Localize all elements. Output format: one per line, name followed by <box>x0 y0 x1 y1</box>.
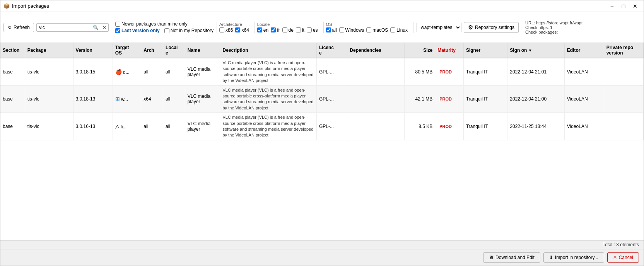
col-header-editor[interactable]: Editor <box>564 43 604 58</box>
close-button[interactable]: ✕ <box>630 2 641 10</box>
cell-signer: Tranquil IT <box>463 113 507 140</box>
en-checkbox-label[interactable]: en <box>257 27 268 33</box>
x64-checkbox-label[interactable]: x64 <box>235 27 249 33</box>
locale-group: Locale en fr de it <box>255 22 320 33</box>
newer-packages-checkbox-label[interactable]: Newer packages than mine only <box>115 21 188 27</box>
all-os-label: all <box>332 27 337 33</box>
x86-checkbox-label[interactable]: x86 <box>219 27 233 33</box>
search-clear-button[interactable]: ✕ <box>101 24 108 31</box>
all-os-checkbox[interactable] <box>326 27 331 32</box>
es-checkbox[interactable] <box>307 27 312 32</box>
cell-size: 80.5 MB <box>404 58 435 85</box>
windows-os-checkbox-label[interactable]: Windows <box>339 27 364 33</box>
packages-table: Section Package Version TargetOS Arch Lo… <box>0 43 644 140</box>
col-header-locale[interactable]: Locale <box>163 43 185 58</box>
cell-package: tis-vlc <box>25 113 73 140</box>
minimize-button[interactable]: ‒ <box>606 2 617 10</box>
cell-section: base <box>0 58 25 85</box>
repository-select[interactable]: wapt-templates <box>417 23 461 32</box>
col-header-signer[interactable]: Signer <box>463 43 507 58</box>
last-version-checkbox[interactable] <box>115 28 120 33</box>
col-header-description[interactable]: Description <box>220 43 317 58</box>
de-checkbox[interactable] <box>282 27 287 32</box>
linux-os-checkbox-label[interactable]: Linux <box>390 27 408 33</box>
gear-icon: ⚙ <box>468 24 473 31</box>
col-header-version[interactable]: Version <box>73 43 113 58</box>
windows-os-icon: ⊞ <box>115 96 120 102</box>
cell-signon: 2022-12-04 21:01 <box>507 58 564 85</box>
fr-checkbox-label[interactable]: fr <box>271 27 280 33</box>
col-header-signon[interactable]: Sign on ▼ <box>507 43 564 58</box>
table-row[interactable]: base tis-vlc 3.0.16-13 △ li... all all V… <box>0 113 644 140</box>
it-checkbox-label[interactable]: it <box>296 27 304 33</box>
refresh-button[interactable]: ↻ Refresh <box>3 23 34 32</box>
cell-version: 3.0.18-15 <box>73 58 113 85</box>
search-button[interactable]: 🔍 <box>91 24 101 31</box>
cell-licence: GPL-... <box>316 113 347 140</box>
col-header-section[interactable]: Section <box>0 43 25 58</box>
cancel-label: Cancel <box>619 255 633 260</box>
architecture-items: x86 x64 <box>219 27 249 33</box>
newer-packages-row: Newer packages than mine only <box>115 21 214 27</box>
maximize-button[interactable]: □ <box>618 2 629 10</box>
architecture-group: Architecture x86 x64 <box>217 22 251 33</box>
table-row[interactable]: base tis-vlc 3.0.18-15 🍎 d... all all VL… <box>0 58 644 85</box>
import-repo-button[interactable]: ⬇ Import in repository... <box>543 252 604 263</box>
download-edit-button[interactable]: 🖥 Download and Edit <box>483 252 540 263</box>
macos-os-checkbox[interactable] <box>366 27 371 32</box>
search-box: 🔍 ✕ <box>36 23 109 32</box>
all-os-checkbox-label[interactable]: all <box>326 27 337 33</box>
cell-signon: 2022-11-25 13:44 <box>507 113 564 140</box>
x86-checkbox[interactable] <box>219 27 224 32</box>
macos-os-checkbox-label[interactable]: macOS <box>366 27 388 33</box>
cancel-icon: ✕ <box>613 255 617 260</box>
packages-table-container[interactable]: Section Package Version TargetOS Arch Lo… <box>0 43 644 240</box>
cell-licence: GPL-... <box>316 85 347 113</box>
cell-target-os: 🍎 d... <box>113 58 141 85</box>
col-header-dependencies[interactable]: Dependencies <box>347 43 404 58</box>
import-repo-icon: ⬇ <box>549 255 553 260</box>
x64-checkbox[interactable] <box>235 27 240 32</box>
table-row[interactable]: base tis-vlc 3.0.18-13 ⊞ w... x64 all VL… <box>0 85 644 113</box>
locale-items: en fr de it es <box>257 27 318 33</box>
newer-packages-label: Newer packages than mine only <box>121 21 188 27</box>
newer-packages-checkbox[interactable] <box>115 22 120 27</box>
os-group: OS all Windows macOS Linux <box>323 22 410 33</box>
es-checkbox-label[interactable]: es <box>307 27 318 33</box>
col-header-private-repo[interactable]: Private repoversion <box>604 43 643 58</box>
linux-os-checkbox[interactable] <box>390 27 395 32</box>
window-title: Import packages <box>12 3 49 9</box>
refresh-search-section: ↻ Refresh 🔍 ✕ <box>3 23 109 32</box>
cell-editor: VideoLAN <box>564 85 604 113</box>
title-bar-buttons: ‒ □ ✕ <box>606 2 641 10</box>
search-input[interactable] <box>37 24 91 31</box>
fr-checkbox[interactable] <box>271 27 276 32</box>
col-header-target-os[interactable]: TargetOS <box>113 43 141 58</box>
repo-settings-button[interactable]: ⚙ Repository settings <box>464 22 519 33</box>
cell-dependencies <box>347 113 404 140</box>
refresh-label: Refresh <box>14 25 30 30</box>
cell-size: 8.5 KB <box>404 113 435 140</box>
col-header-licence[interactable]: Licence <box>316 43 347 58</box>
cell-description: VLC media player (VLC) is a free and ope… <box>220 85 317 113</box>
download-edit-label: Download and Edit <box>495 255 535 260</box>
locale-title: Locale <box>257 22 318 27</box>
table-header-row: Section Package Version TargetOS Arch Lo… <box>0 43 644 58</box>
cell-description: VLC media player (VLC) is a free and ope… <box>220 113 317 140</box>
cell-dependencies <box>347 58 404 85</box>
cancel-button[interactable]: ✕ Cancel <box>607 252 639 263</box>
windows-os-checkbox[interactable] <box>339 27 344 32</box>
en-checkbox[interactable] <box>257 27 262 32</box>
it-checkbox[interactable] <box>296 27 301 32</box>
col-header-maturity[interactable]: Maturity <box>435 43 464 58</box>
last-version-checkbox-label[interactable]: Last version only <box>115 28 160 33</box>
col-header-package[interactable]: Package <box>25 43 73 58</box>
not-in-repo-checkbox[interactable] <box>164 28 169 33</box>
de-checkbox-label[interactable]: de <box>282 27 294 33</box>
not-in-repo-checkbox-label[interactable]: Not in my Repository <box>164 28 214 33</box>
x64-label: x64 <box>241 27 249 33</box>
col-header-arch[interactable]: Arch <box>141 43 163 58</box>
import-repo-label: Import in repository... <box>555 255 598 260</box>
col-header-size[interactable]: Size <box>404 43 435 58</box>
col-header-name[interactable]: Name <box>185 43 220 58</box>
